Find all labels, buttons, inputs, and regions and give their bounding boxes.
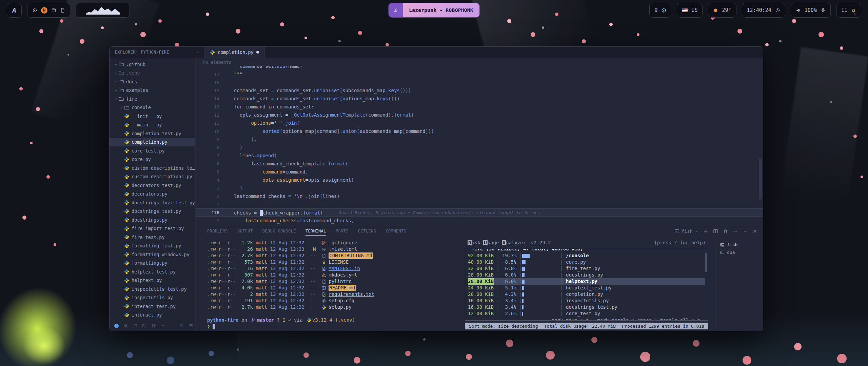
tree-item-fire_test.py[interactable]: fire_test.py (110, 233, 195, 242)
line-number: 11 (196, 121, 228, 126)
sync-icon[interactable] (133, 323, 138, 328)
dua-row[interactable]: 28.00 KiB | 6.0% || docstrings.py (468, 272, 705, 278)
panel-tab-debug-console[interactable]: DEBUG CONSOLE (262, 229, 296, 233)
tree-item-__main__.py[interactable]: __main__.py (110, 121, 195, 129)
window-icon[interactable] (51, 8, 56, 13)
tree-item-docstrings_fuzz_test.py[interactable]: docstrings_fuzz_test.py (110, 198, 195, 207)
tree-item-helptext.py[interactable]: helptext.py (110, 276, 195, 285)
panel-tab-output[interactable]: OUTPUT (237, 229, 253, 233)
clock-icon (775, 8, 780, 13)
weather-widget[interactable]: 29° (708, 3, 736, 18)
tree-item-inspectutils.py[interactable]: inspectutils.py (110, 293, 195, 302)
modified-indicator[interactable] (256, 51, 259, 54)
more-actions-button[interactable] (733, 229, 738, 234)
ellipsis-icon[interactable] (161, 323, 166, 328)
tree-item-core.py[interactable]: core.py (110, 155, 195, 164)
gear-file-icon (321, 299, 326, 303)
panel-tab-ports[interactable]: PORTS (336, 229, 349, 233)
tree-item-completion.py[interactable]: completion.py (110, 138, 195, 147)
keyboard-icon[interactable] (189, 323, 193, 328)
dua-row[interactable]: 92.00 KiB | 19.7% || /console (468, 252, 705, 259)
app-launcher-button[interactable]: A (7, 3, 22, 18)
music-player-widget[interactable]: Lazerpunk - ROBOPHONK (388, 3, 480, 18)
notifications-widget[interactable]: 11 (836, 3, 861, 18)
tree-item-formatting.py[interactable]: formatting.py (110, 259, 195, 268)
tree-item-.venv[interactable]: ▸.venv (110, 69, 195, 78)
code-line: 8 ) (196, 143, 763, 151)
breadcrumb[interactable]: no elements (196, 58, 763, 66)
tree-item-.github[interactable]: ▸.github (110, 60, 195, 69)
search-icon[interactable] (123, 323, 128, 328)
panel-tab-terminal[interactable]: TERMINAL (305, 229, 326, 233)
tree-item-docs[interactable]: ▸docs (110, 77, 195, 86)
n-badge-icon[interactable]: N (41, 7, 47, 14)
remote-indicator-icon[interactable] (114, 324, 119, 328)
terminal-profile-picker[interactable]: fish (674, 229, 698, 234)
tree-item-label: core_test.py (132, 148, 165, 154)
tree-item-docstrings.py[interactable]: docstrings.py (110, 216, 195, 224)
explorer-more-actions-button[interactable] (197, 50, 201, 54)
tree-item-core_test.py[interactable]: core_test.py (110, 146, 195, 155)
fish-terminal[interactable]: .rw-r--r-- 1.2k matt 12 Aug 12:32 -- .gi… (207, 240, 465, 331)
dua-usage-bar (522, 254, 560, 258)
dua-row[interactable]: 24.00 KiB | 5.1% || helptext_test.py (468, 285, 705, 291)
code-editor[interactable]: commands_set.add(name)17 """1615 command… (196, 66, 763, 225)
keyboard-layout-widget[interactable]: US (677, 3, 703, 18)
folder-icon[interactable] (142, 323, 147, 328)
close-panel-button[interactable] (752, 229, 757, 234)
tree-item-interact.py[interactable]: interact.py (110, 311, 195, 320)
tree-item-inspectutils_test.py[interactable]: inspectutils_test.py (110, 285, 195, 293)
python-icon (124, 174, 129, 179)
file-name: pylintrc (329, 278, 351, 285)
tree-item-console[interactable]: ▸console (110, 103, 195, 112)
maximize-panel-button[interactable] (743, 229, 748, 234)
tree-item-decorators_test.py[interactable]: decorators_test.py (110, 181, 195, 190)
clock-widget[interactable]: 12:40:24 (742, 3, 785, 18)
code-line: 6 lastcommand_check_template.format( (196, 160, 763, 168)
disc-icon[interactable] (32, 8, 37, 13)
tree-item-interact_test.py[interactable]: interact_test.py (110, 302, 195, 311)
chevron-right-icon: ▸ (114, 62, 119, 66)
dua-row[interactable]: 28.00 KiB | 6.0% || helptext.py (468, 278, 705, 285)
panel-tab-gitlens[interactable]: GITLENS (358, 229, 376, 233)
tree-item-custom_descriptions_test.py[interactable]: custom_descriptions_test.py (110, 164, 195, 172)
tree-item-completion_test.py[interactable]: completion_test.py (110, 129, 195, 138)
dua-row[interactable]: 40.00 KiB | 8.5% || core.py (468, 259, 705, 265)
tree-item-custom_descriptions.py[interactable]: custom_descriptions.py (110, 172, 195, 181)
tree-item-decorators.py[interactable]: decorators.py (110, 190, 195, 199)
new-terminal-button[interactable] (703, 229, 708, 234)
dua-scrollbar[interactable] (705, 252, 707, 272)
system-graph-widget[interactable] (76, 3, 130, 18)
line-number: 17 (196, 72, 228, 77)
volume-widget[interactable]: 100% (791, 3, 831, 18)
panel-tab-problems[interactable]: PROBLEMS (207, 229, 228, 233)
kill-terminal-button[interactable] (723, 229, 728, 234)
terminal-area[interactable]: .rw-r--r-- 1.2k matt 12 Aug 12:32 -- .gi… (196, 237, 763, 331)
line-number: 3 (196, 186, 228, 191)
req-file-icon (321, 292, 326, 297)
dua-row[interactable]: 16.00 KiB | 3.4% || docstrings_test.py (468, 304, 705, 310)
tree-item-formatting_test.py[interactable]: formatting_test.py (110, 242, 195, 250)
dua-row[interactable]: 32.00 KiB | 6.8% || fire_test.py (468, 265, 705, 272)
terminal-session-fish[interactable]: fish (720, 241, 763, 248)
layout-icon[interactable] (152, 323, 157, 328)
tree-item-__init__.py[interactable]: __init__.py (110, 112, 195, 121)
tab-completion-py[interactable]: completion.py (204, 47, 265, 58)
terminal-session-dua[interactable]: dua (720, 248, 763, 256)
tree-item-helptext_test.py[interactable]: helptext_test.py (110, 267, 195, 276)
dua-row[interactable]: 12.00 KiB | 2.6% || core_test.py (468, 310, 705, 317)
file-icon[interactable] (60, 8, 65, 13)
split-terminal-button[interactable] (713, 229, 718, 234)
tree-item-formatting_windows.py[interactable]: formatting_windows.py (110, 250, 195, 259)
gear-icon[interactable] (179, 323, 184, 328)
dua-row[interactable]: 20.00 KiB | 4.3% || completion.py (468, 291, 705, 298)
dua-terminal[interactable]: Disk Usage Analyzer v2.29.2 (press ? for… (465, 240, 713, 331)
tree-item-fire[interactable]: ▾fire (110, 95, 195, 103)
tree-item-examples[interactable]: ▸examples (110, 86, 195, 95)
tree-item-docstrings_test.py[interactable]: docstrings_test.py (110, 207, 195, 216)
updates-widget[interactable]: 9 (649, 3, 671, 18)
tree-item-fire_import_test.py[interactable]: fire_import_test.py (110, 224, 195, 233)
dua-row[interactable]: 16.00 KiB | 3.4% || inspectutils.py (468, 298, 705, 304)
panel-tab-comments[interactable]: COMMENTS (386, 229, 406, 233)
editor-scrollbar[interactable] (759, 158, 762, 200)
